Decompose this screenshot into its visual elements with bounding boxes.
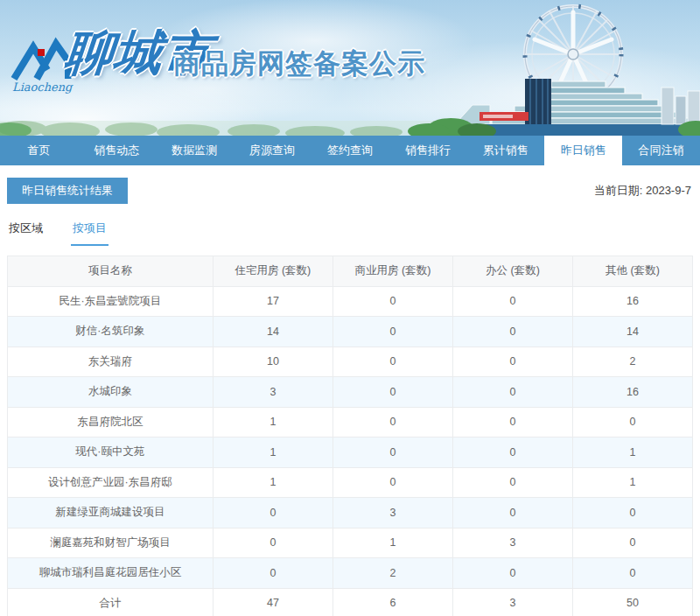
count-cell: 0 <box>213 498 332 528</box>
count-cell: 0 <box>572 528 692 558</box>
table-row: 澜庭嘉苑和财智广场项目0130 <box>8 528 693 558</box>
count-cell: 1 <box>213 467 332 498</box>
count-cell: 2 <box>572 346 692 377</box>
total-row: 合计476350 <box>8 588 693 616</box>
current-date-value: 2023-9-7 <box>646 184 691 197</box>
count-cell: 3 <box>332 498 452 528</box>
count-cell: 0 <box>332 346 452 377</box>
project-name-cell: 现代·颐中文苑 <box>8 438 214 468</box>
table-row: 聊城市瑞利昌庭花园居住小区0200 <box>8 558 693 589</box>
count-cell: 0 <box>332 407 452 438</box>
count-cell: 3 <box>213 377 332 408</box>
column-header: 住宅用房 (套数) <box>213 256 332 287</box>
count-cell: 0 <box>332 467 452 498</box>
project-name-cell: 民生·东昌壹號院项目 <box>8 286 214 317</box>
column-header: 办公 (套数) <box>452 256 572 287</box>
count-cell: 10 <box>213 346 332 377</box>
count-cell: 0 <box>452 407 572 438</box>
count-cell: 1 <box>332 528 452 558</box>
count-cell: 0 <box>572 498 692 528</box>
project-name-cell: 新建绿亚商城建设项目 <box>8 498 214 528</box>
count-cell: 3 <box>452 528 572 558</box>
count-cell: 6 <box>332 588 452 616</box>
count-cell: 0 <box>452 467 572 498</box>
count-cell: 16 <box>572 377 692 408</box>
count-cell: 0 <box>332 286 452 317</box>
tab-by-region[interactable]: 按区域 <box>7 217 45 246</box>
table-row: 设计创意产业园·东昌府邸1001 <box>8 467 693 498</box>
view-tabs: 按区域 按项目 <box>7 217 693 247</box>
section-title-badge: 昨日销售统计结果 <box>7 178 128 204</box>
nav-item-5[interactable]: 销售排行 <box>388 136 466 165</box>
count-cell: 0 <box>332 438 452 468</box>
nav-item-6[interactable]: 累计销售 <box>466 136 544 165</box>
count-cell: 0 <box>213 528 332 558</box>
count-cell: 16 <box>572 286 692 317</box>
count-cell: 0 <box>452 377 572 408</box>
count-cell: 0 <box>213 558 332 589</box>
count-cell: 1 <box>572 467 692 498</box>
project-name-cell: 财信·名筑印象 <box>8 317 214 347</box>
count-cell: 47 <box>213 588 332 616</box>
nav-item-3[interactable]: 房源查询 <box>234 136 312 165</box>
nav-item-2[interactable]: 数据监测 <box>156 136 234 165</box>
table-row: 东关瑞府10002 <box>8 346 693 377</box>
nav-item-4[interactable]: 签约查询 <box>312 136 389 165</box>
count-cell: 1 <box>213 407 332 438</box>
tab-by-project[interactable]: 按项目 <box>71 217 108 246</box>
nav-item-8[interactable]: 合同注销 <box>622 136 700 165</box>
project-name-cell: 东关瑞府 <box>8 346 214 377</box>
project-name-cell: 聊城市瑞利昌庭花园居住小区 <box>8 558 214 589</box>
table-row: 民生·东昌壹號院项目170016 <box>8 286 693 317</box>
current-date: 当前日期: 2023-9-7 <box>594 183 693 199</box>
nav-item-0[interactable]: 首页 <box>0 136 78 165</box>
count-cell: 2 <box>332 558 452 589</box>
count-cell: 3 <box>452 588 572 616</box>
count-cell: 0 <box>452 346 572 377</box>
count-cell: 1 <box>213 438 332 468</box>
count-cell: 17 <box>213 286 332 317</box>
sales-table: 项目名称住宅用房 (套数)商业用房 (套数)办公 (套数)其他 (套数) 民生·… <box>7 256 693 616</box>
count-cell: 0 <box>332 317 452 347</box>
project-name-cell: 合计 <box>8 588 214 616</box>
header-banner: Liaocheng 聊城市 商品房网签备案公示 <box>0 0 700 136</box>
project-name-cell: 东昌府院北区 <box>8 407 214 438</box>
column-header: 其他 (套数) <box>572 256 692 287</box>
main-content: 昨日销售统计结果 当前日期: 2023-9-7 按区域 按项目 项目名称住宅用房… <box>0 165 700 616</box>
column-header: 项目名称 <box>8 256 214 287</box>
project-name-cell: 澜庭嘉苑和财智广场项目 <box>8 528 214 558</box>
count-cell: 1 <box>572 438 692 468</box>
count-cell: 14 <box>213 317 332 347</box>
count-cell: 0 <box>452 558 572 589</box>
table-header-row: 项目名称住宅用房 (套数)商业用房 (套数)办公 (套数)其他 (套数) <box>8 256 693 287</box>
project-name-cell: 设计创意产业园·东昌府邸 <box>8 467 214 498</box>
count-cell: 0 <box>452 286 572 317</box>
table-row: 财信·名筑印象140014 <box>8 317 693 347</box>
count-cell: 14 <box>572 317 692 347</box>
nav-item-1[interactable]: 销售动态 <box>78 136 156 165</box>
column-header: 商业用房 (套数) <box>332 256 452 287</box>
table-row: 水城印象30016 <box>8 377 693 408</box>
count-cell: 0 <box>572 407 692 438</box>
count-cell: 0 <box>332 377 452 408</box>
count-cell: 0 <box>452 317 572 347</box>
nav-item-7[interactable]: 昨日销售 <box>544 136 622 165</box>
count-cell: 0 <box>452 498 572 528</box>
table-row: 现代·颐中文苑1001 <box>8 438 693 468</box>
main-nav: 首页销售动态数据监测房源查询签约查询销售排行累计销售昨日销售合同注销 <box>0 136 700 165</box>
table-row: 东昌府院北区1000 <box>8 407 693 438</box>
site-title: 商品房网签备案公示 <box>173 46 425 82</box>
current-date-label: 当前日期: <box>594 184 643 197</box>
count-cell: 0 <box>452 438 572 468</box>
table-row: 新建绿亚商城建设项目0300 <box>8 498 693 528</box>
table-body: 民生·东昌壹號院项目170016财信·名筑印象140014东关瑞府10002水城… <box>8 286 693 616</box>
count-cell: 0 <box>572 558 692 589</box>
count-cell: 50 <box>572 588 692 616</box>
project-name-cell: 水城印象 <box>8 377 214 408</box>
